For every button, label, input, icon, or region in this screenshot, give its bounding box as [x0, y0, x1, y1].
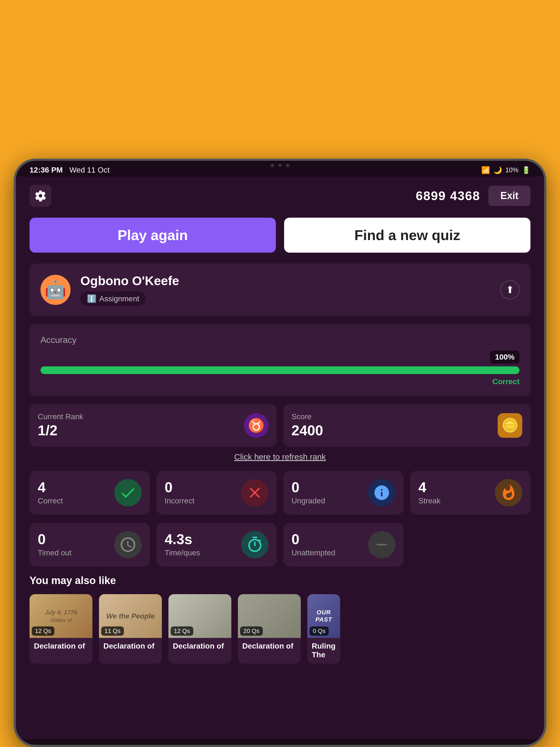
- correct-label: Correct: [41, 377, 519, 386]
- minus-icon: [373, 536, 390, 553]
- score-value: 2400: [291, 422, 323, 439]
- ungraded-icon: [373, 484, 390, 501]
- quiz-code: 6899 4368: [416, 188, 480, 203]
- quiz-card-2[interactable]: We the People 11 Qs Declaration of: [99, 594, 162, 664]
- quiz-card-2-image: We the People 11 Qs: [99, 594, 162, 638]
- streak-stat-value: 4: [418, 480, 440, 494]
- unattempted-stat-label: Unattempted: [291, 548, 335, 557]
- rank-info: Current Rank 1/2: [38, 412, 83, 439]
- score-card: Score 2400 🪙: [283, 404, 531, 447]
- card-3-title: Declaration of: [169, 638, 231, 655]
- card-1-count: 12 Qs: [32, 626, 54, 636]
- coins-icon: 🪙: [502, 417, 518, 433]
- unattempted-icon-circle: [368, 531, 396, 558]
- notch-dot-left: [271, 163, 274, 168]
- correct-stat-info: 4 Correct: [38, 480, 63, 505]
- unattempted-stat-value: 0: [291, 532, 335, 546]
- card-2-text1: We the People: [106, 612, 154, 620]
- assignment-label: Assignment: [99, 294, 139, 303]
- checkmark-icon: [119, 484, 137, 501]
- also-like-title: You may also like: [29, 575, 531, 587]
- incorrect-stat-label: Incorrect: [164, 496, 195, 505]
- profile-info: Ogbono O'Keefe ℹ️ Assignment: [80, 274, 179, 306]
- rank-score-row: Current Rank 1/2 ♉ Score 2400 🪙: [29, 404, 531, 447]
- moon-icon: 🌙: [493, 166, 502, 175]
- ungraded-icon-circle: [368, 479, 396, 506]
- ungraded-stat-card: 0 Ungraded: [283, 471, 404, 515]
- quiz-card-3-image: 12 Qs: [169, 594, 231, 638]
- accuracy-percentage: 100%: [490, 351, 519, 364]
- timedout-stat-label: Timed out: [38, 548, 71, 557]
- profile-name: Ogbono O'Keefe: [80, 274, 179, 288]
- incorrect-stat-value: 0: [164, 480, 195, 494]
- play-again-button[interactable]: Play again: [29, 217, 276, 253]
- top-bar: 6899 4368 Exit: [29, 185, 531, 207]
- notch-dot-center: [279, 164, 281, 167]
- info-icon: ℹ️: [87, 294, 97, 303]
- avatar: 🤖: [41, 275, 71, 305]
- incorrect-icon-circle: [241, 479, 269, 506]
- find-quiz-button[interactable]: Find a new quiz: [284, 217, 531, 253]
- card-5-count: 0 Qs: [309, 626, 329, 636]
- card-2-title: Declaration of: [99, 638, 162, 655]
- accuracy-bar-fill: [41, 366, 519, 374]
- quiz-card-1[interactable]: July 4, 1776 States of 12 Qs Declaration…: [29, 594, 93, 664]
- status-date: Wed 11 Oct: [69, 166, 109, 175]
- incorrect-stat-card: 0 Incorrect: [156, 471, 277, 515]
- correct-stat-value: 4: [38, 480, 63, 494]
- quiz-card-5[interactable]: OUR PAST 0 Qs Ruling The: [307, 594, 340, 664]
- streak-icon-circle: [495, 479, 522, 506]
- notch-dot-right: [286, 163, 289, 168]
- settings-button[interactable]: [29, 185, 51, 207]
- taurus-icon: ♉: [248, 417, 265, 433]
- score-icon: 🪙: [498, 413, 522, 438]
- profile-card: 🤖 Ogbono O'Keefe ℹ️ Assignment ⬆: [29, 264, 531, 316]
- device-frame: 12:36 PM Wed 11 Oct 📶 🌙 10% 🔋 6899 4368 …: [14, 159, 546, 747]
- also-like-section: You may also like July 4, 1776 States of…: [29, 575, 531, 664]
- wifi-icon: 📶: [481, 166, 490, 175]
- card-4-count: 20 Qs: [240, 626, 263, 636]
- accuracy-card: Accuracy 100% Correct: [29, 324, 531, 396]
- share-button[interactable]: ⬆: [501, 280, 519, 300]
- timedout-stat-info: 0 Timed out: [38, 532, 71, 557]
- accuracy-label: Accuracy: [41, 335, 519, 345]
- timedout-icon-circle: [114, 531, 142, 558]
- incorrect-stat-info: 0 Incorrect: [164, 480, 195, 505]
- streak-stat-info: 4 Streak: [418, 480, 440, 505]
- x-icon: [246, 484, 263, 501]
- profile-left: 🤖 Ogbono O'Keefe ℹ️ Assignment: [41, 274, 179, 306]
- ungraded-stat-info: 0 Ungraded: [291, 480, 325, 505]
- accuracy-bar-bg: [41, 366, 519, 374]
- quiz-card-3[interactable]: 12 Qs Declaration of: [169, 594, 231, 664]
- timeperques-stat-label: Time/ques: [164, 548, 200, 557]
- timeperques-stat-info: 4.3s Time/ques: [164, 532, 200, 557]
- stats-row-2: 0 Timed out 4.3s Time/ques: [29, 523, 531, 567]
- timeperques-stat-card: 4.3s Time/ques: [156, 523, 277, 567]
- timeperques-stat-value: 4.3s: [164, 532, 200, 546]
- quiz-card-4[interactable]: 20 Qs Declaration of: [238, 594, 301, 664]
- timedout-stat-value: 0: [38, 532, 71, 546]
- card-1-text2: States of: [50, 617, 72, 623]
- share-icon: ⬆: [506, 284, 514, 295]
- correct-icon-circle: [114, 479, 142, 506]
- rank-card: Current Rank 1/2 ♉: [29, 404, 277, 447]
- accuracy-bar-container: 100%: [41, 351, 519, 374]
- streak-stat-label: Streak: [418, 496, 440, 505]
- card-4-title: Declaration of: [238, 638, 301, 655]
- battery-percent: 10%: [505, 166, 518, 174]
- card-1-text1: July 4, 1776: [45, 609, 77, 616]
- card-5-text1: OUR PAST: [310, 609, 337, 623]
- empty-stat-card: [410, 523, 531, 567]
- battery-icon: 🔋: [522, 166, 531, 175]
- top-bar-right: 6899 4368 Exit: [416, 186, 531, 206]
- rank-value: 1/2: [38, 422, 83, 439]
- card-5-title: Ruling The: [307, 638, 340, 664]
- flame-icon: [500, 484, 517, 501]
- clock-icon: [119, 536, 137, 553]
- refresh-rank-button[interactable]: Click here to refresh rank: [29, 452, 531, 462]
- exit-button[interactable]: Exit: [488, 186, 531, 206]
- correct-stat-card: 4 Correct: [29, 471, 150, 515]
- quiz-card-5-image: OUR PAST 0 Qs: [307, 594, 340, 638]
- streak-stat-card: 4 Streak: [410, 471, 531, 515]
- timer-icon: [246, 536, 263, 553]
